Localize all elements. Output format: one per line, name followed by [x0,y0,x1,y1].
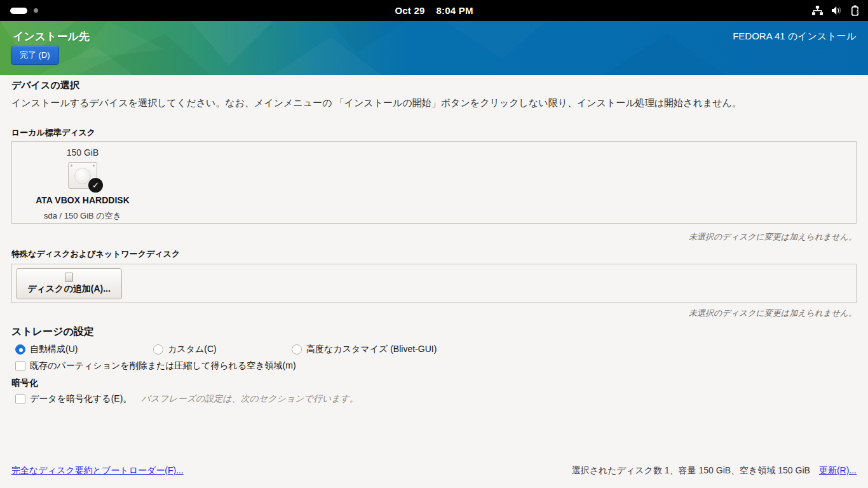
refresh-link[interactable]: 更新(R)... [819,465,857,475]
radio-auto-config[interactable]: 自動構成(U) [15,344,78,355]
storage-config-heading: ストレージの設定 [11,325,94,339]
reclaim-space-checkbox[interactable]: 既存のパーティションを削除または圧縮して得られる空き領域(m) [15,360,296,372]
device-selection-description: インストールするデバイスを選択してください。なお、メインメニューの 「インストー… [11,97,857,109]
banner-texture [0,21,868,75]
radio-custom-label: カスタム(C) [168,344,217,355]
special-disks-note: 未選択のディスクに変更は加えられません。 [689,308,857,319]
add-disk-button-label: ディスクの追加(A)... [27,283,111,295]
main-content: デバイスの選択 インストールするデバイスを選択してください。なお、メインメニュー… [0,75,868,488]
add-disk-button[interactable]: ディスクの追加(A)... [16,268,122,299]
radio-unselected-icon [153,344,163,355]
storage-options-row: 自動構成(U) カスタム(C) 高度なカスタマイズ (Blivet-GUI) [0,344,868,355]
radio-auto-config-label: 自動構成(U) [30,344,78,355]
selection-status: 選択されたディスク数 1、容量 150 GiB、空き領域 150 GiB更新(R… [572,465,857,477]
page-title: インストール先 [13,29,90,44]
hdd-icon: ✓ [68,162,97,189]
checkbox-unchecked-icon [15,394,25,404]
local-disks-heading: ローカル標準ディスク [11,127,95,139]
network-wired-icon [812,6,823,15]
special-disks-heading: 特殊なディスクおよびネットワークディスク [11,248,180,260]
disk-tile-sda[interactable]: 150 GiB ✓ ATA VBOX HARDDISK sda / 150 Gi… [25,142,140,224]
encrypt-data-checkbox[interactable]: データを暗号化する(E)。 パスフレーズの設定は、次のセクションで行います。 [15,393,358,405]
disk-name: ATA VBOX HARDDISK [25,195,140,205]
radio-custom[interactable]: カスタム(C) [153,344,217,355]
radio-blivet-gui-label: 高度なカスタマイズ (Blivet-GUI) [306,344,437,355]
reclaim-space-label: 既存のパーティションを削除または圧縮して得られる空き領域(m) [30,360,296,372]
volume-icon [831,6,843,15]
system-tray[interactable] [812,0,860,21]
radio-blivet-gui[interactable]: 高度なカスタマイズ (Blivet-GUI) [292,344,437,355]
clock[interactable]: Oct 298:04 PM [0,5,868,16]
done-button[interactable]: 完了 (D) [11,46,59,65]
special-disks-frame: ディスクの追加(A)... [11,264,857,303]
product-label: FEDORA 41 のインストール [733,30,856,43]
disk-selected-check-icon: ✓ [88,178,103,193]
local-disks-note: 未選択のディスクに変更は加えられません。 [689,231,857,243]
disk-capacity: 150 GiB [25,147,140,158]
selection-status-text: 選択されたディスク数 1、容量 150 GiB、空き領域 150 GiB [572,465,810,475]
local-disks-frame: 150 GiB ✓ ATA VBOX HARDDISK sda / 150 Gi… [11,141,857,224]
top-bar: Oct 298:04 PM [0,0,868,21]
encryption-heading: 暗号化 [11,377,38,389]
radio-selected-icon [15,344,25,355]
checkbox-unchecked-icon [15,361,25,371]
encryption-hint: パスフレーズの設定は、次のセクションで行います。 [141,393,358,405]
disk-detail: sda / 150 GiB の空き [25,210,140,222]
full-disk-summary-link[interactable]: 完全なディスク要約とブートローダー(F)... [11,465,184,477]
clock-date: Oct 29 [395,5,424,16]
battery-charging-icon [851,5,860,16]
clock-time: 8:04 PM [436,5,473,16]
radio-unselected-icon [292,344,302,355]
encrypt-data-label: データを暗号化する(E)。 [30,393,132,405]
installer-header: インストール先 完了 (D) FEDORA 41 のインストール [0,21,868,75]
add-disk-icon [65,273,73,282]
device-selection-heading: デバイスの選択 [11,79,79,92]
